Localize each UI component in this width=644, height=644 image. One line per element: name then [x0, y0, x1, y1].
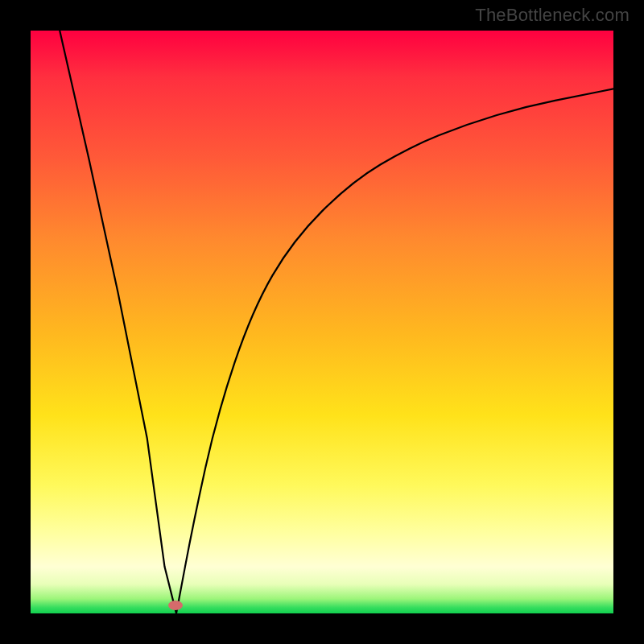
- min-dot: [168, 601, 183, 610]
- plot-area: [31, 31, 613, 613]
- chart-frame: TheBottleneck.com: [0, 0, 644, 644]
- curve-svg: [31, 31, 613, 613]
- curve-path: [60, 31, 613, 613]
- watermark-text: TheBottleneck.com: [475, 5, 630, 26]
